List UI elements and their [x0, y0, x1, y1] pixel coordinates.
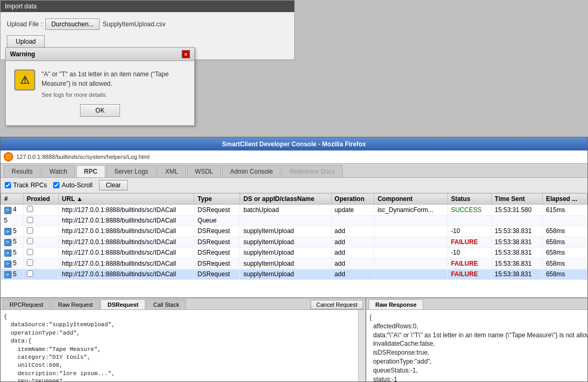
- proxied-checkbox[interactable]: [27, 238, 33, 244]
- cell-num: ⟳ 5: [1, 226, 24, 237]
- warning-subtext: See logs for more details.: [42, 92, 186, 98]
- cell-proxied: [23, 215, 58, 226]
- tab-reference-docs: Reference Docs: [282, 165, 343, 177]
- left-panel: RPCRequest Raw Request DSRequest Call St…: [1, 298, 366, 381]
- table-row[interactable]: ⟳ 5 http://127.0.0.1:8888/builtinds/sc/I…: [1, 237, 587, 248]
- proxied-checkbox[interactable]: [27, 270, 33, 277]
- rpc-table-container: # Proxied URL ▲ Type DS or appID/classNa…: [1, 193, 587, 297]
- cell-proxied: [23, 258, 58, 269]
- upload-button[interactable]: Upload: [7, 35, 45, 48]
- col-header-url[interactable]: URL ▲: [58, 194, 194, 205]
- proxied-checkbox[interactable]: [27, 217, 33, 223]
- import-titlebar: Import data: [1, 1, 294, 12]
- cell-status: [447, 215, 491, 226]
- col-header-ds: DS or appID/className: [240, 194, 331, 205]
- tab-results[interactable]: Results: [4, 165, 41, 177]
- tab-rpc[interactable]: RPC: [76, 165, 105, 177]
- cell-ds: [240, 215, 331, 226]
- cell-elapsed: 658ms: [543, 269, 587, 280]
- track-rpc-checkbox-label[interactable]: Track RPCs: [5, 182, 47, 189]
- cell-component: [374, 215, 447, 226]
- table-row[interactable]: ⟳ 5 http://127.0.0.1:8888/builtinds/sc/I…: [1, 226, 587, 237]
- clear-button[interactable]: Clear: [99, 180, 128, 190]
- cell-component: [374, 269, 447, 280]
- cell-elapsed: 658ms: [543, 226, 587, 237]
- cell-type: DSRequest: [194, 247, 240, 258]
- auto-scroll-checkbox-label[interactable]: Auto-Scroll: [53, 182, 93, 189]
- bottom-tabs-right: Raw Response: [366, 298, 587, 310]
- dev-console-titlebar: SmartClient Developer Console - Mozilla …: [1, 137, 587, 150]
- cell-status: -10: [447, 247, 491, 258]
- cell-elapsed: 658ms: [543, 258, 587, 269]
- track-rpc-label: Track RPCs: [13, 182, 47, 189]
- cell-status: SUCCESS: [447, 205, 491, 216]
- left-code: { dataSource:"supplyItemUpload", operati…: [1, 310, 358, 381]
- auto-scroll-label: Auto-Scroll: [62, 182, 93, 189]
- cell-num: ⟳ 5: [1, 237, 24, 248]
- cell-elapsed: [543, 215, 587, 226]
- track-rpc-checkbox[interactable]: [5, 182, 11, 188]
- left-code-scroll[interactable]: { dataSource:"supplyItemUpload", operati…: [1, 310, 358, 381]
- url-text: 127.0.0.1:8888/builtinds/sc/system/helpe…: [16, 154, 150, 160]
- cell-num: ⟳ 4: [1, 205, 24, 216]
- table-row[interactable]: 5 http://127.0.0.1:8888/builtinds/sc/IDA…: [1, 215, 587, 226]
- rpc-icon: ⟳: [4, 228, 12, 235]
- cell-operation: add: [331, 226, 374, 237]
- tab-admin-console[interactable]: Admin Console: [222, 165, 281, 177]
- warning-dialog: Warning × ⚠ "A" or "T" as 1st letter in …: [5, 47, 195, 126]
- right-code-content: { affectedRows:0, data:"\"A\" or \"T\" a…: [370, 313, 584, 381]
- warning-close-button[interactable]: ×: [182, 50, 190, 58]
- auto-scroll-checkbox[interactable]: [53, 182, 59, 188]
- tab-call-stack[interactable]: Call Stack: [146, 299, 186, 309]
- cell-url: http://127.0.0.1:8888/builtinds/sc/IDACa…: [58, 258, 194, 269]
- nav-tabs: Results Watch RPC Server Logs XML WSDL A…: [1, 164, 587, 178]
- rpc-table: # Proxied URL ▲ Type DS or appID/classNa…: [1, 193, 587, 280]
- tab-xml[interactable]: XML: [157, 165, 186, 177]
- cell-component: [374, 258, 447, 269]
- table-row[interactable]: ⟳ 5 http://127.0.0.1:8888/builtinds/sc/I…: [1, 247, 587, 258]
- cell-status: FAILURE: [447, 269, 491, 280]
- cell-type: DSRequest: [194, 237, 240, 248]
- dev-urlbar: 127.0.0.1:8888/builtinds/sc/system/helpe…: [1, 150, 587, 164]
- cancel-request-button[interactable]: Cancel Request: [311, 300, 363, 309]
- tab-rpc-request[interactable]: RPCRequest: [3, 299, 50, 309]
- tab-wsdl[interactable]: WSDL: [187, 165, 221, 177]
- dev-console: SmartClient Developer Console - Mozilla …: [0, 137, 588, 382]
- cell-component: [374, 247, 447, 258]
- import-title: Import data: [5, 3, 37, 10]
- col-header-type: Type: [194, 194, 240, 205]
- cell-type: DSRequest: [194, 205, 240, 216]
- cell-type: Queue: [194, 215, 240, 226]
- cell-proxied: [23, 247, 58, 258]
- table-row[interactable]: ⟳ 5 http://127.0.0.1:8888/builtinds/sc/I…: [1, 269, 587, 280]
- warning-message: "A" or "T" as 1st letter in an item name…: [42, 69, 186, 88]
- cell-time: [491, 215, 542, 226]
- cell-num: ⟳ 5: [1, 269, 24, 280]
- dev-console-title: SmartClient Developer Console - Mozilla …: [222, 140, 366, 148]
- col-header-operation: Operation: [331, 194, 374, 205]
- cell-time: 15:53:38.831: [491, 237, 542, 248]
- tab-watch[interactable]: Watch: [42, 165, 75, 177]
- warning-icon: ⚠: [14, 69, 35, 91]
- proxied-checkbox[interactable]: [27, 249, 33, 255]
- proxied-checkbox[interactable]: [27, 206, 33, 212]
- cell-proxied: [23, 205, 58, 216]
- cell-component: isc_DynamicForm...: [374, 205, 447, 216]
- table-row[interactable]: ⟳ 5 http://127.0.0.1:8888/builtinds/sc/I…: [1, 258, 587, 269]
- cell-status: FAILURE: [447, 258, 491, 269]
- proxied-checkbox[interactable]: [27, 259, 33, 266]
- cell-url: http://127.0.0.1:8888/builtinds/sc/IDACa…: [58, 237, 194, 248]
- tab-ds-request[interactable]: DSRequest: [101, 299, 145, 309]
- cell-ds: supplyItemUpload: [240, 226, 331, 237]
- cell-elapsed: 615ms: [543, 205, 587, 216]
- tab-server-logs[interactable]: Server Logs: [106, 165, 156, 177]
- cell-num: 5: [1, 215, 24, 226]
- table-row[interactable]: ⟳ 4 http://127.0.0.1:8888/builtinds/sc/I…: [1, 205, 587, 216]
- proxied-checkbox[interactable]: [27, 227, 33, 234]
- tab-raw-request[interactable]: Raw Request: [51, 299, 99, 309]
- cell-operation: add: [331, 269, 374, 280]
- tab-raw-response[interactable]: Raw Response: [368, 299, 423, 309]
- browse-button[interactable]: Durchsuchen...: [45, 18, 99, 30]
- left-scrollbar[interactable]: [358, 310, 365, 381]
- ok-button[interactable]: OK: [80, 104, 119, 117]
